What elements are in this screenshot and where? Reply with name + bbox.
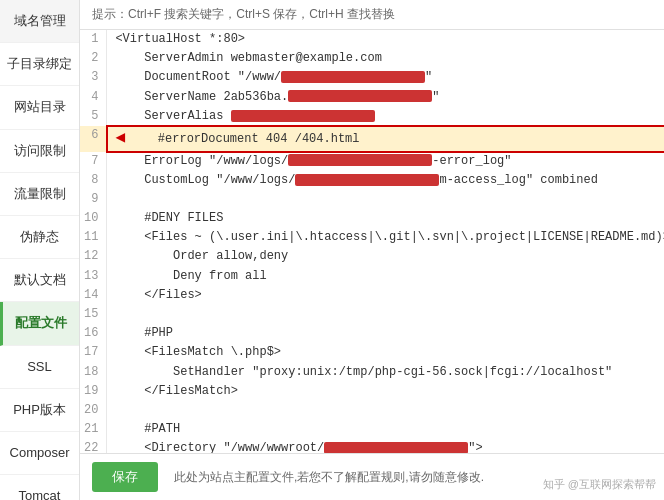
table-row: 22 <Directory "/www/wwwroot/ "> <box>80 439 664 453</box>
line-content: ServerName 2ab536ba. " <box>107 88 664 107</box>
line-number: 5 <box>80 107 107 126</box>
line-content: ErrorLog "/www/logs/ -error_log" <box>107 152 664 171</box>
line-number: 12 <box>80 247 107 266</box>
main-panel: 提示：Ctrl+F 搜索关键字，Ctrl+S 保存，Ctrl+H 查找替换 1<… <box>80 0 664 500</box>
line-content: ServerAlias <box>107 107 664 126</box>
table-row: 18 SetHandler "proxy:unix:/tmp/php-cgi-5… <box>80 363 664 382</box>
line-number: 4 <box>80 88 107 107</box>
sidebar-item-ssl[interactable]: SSL <box>0 346 79 389</box>
line-number: 2 <box>80 49 107 68</box>
table-row: 16 #PHP <box>80 324 664 343</box>
line-number: 19 <box>80 382 107 401</box>
table-row: 17 <FilesMatch \.php$> <box>80 343 664 362</box>
redacted-text <box>288 90 432 102</box>
table-row: 3 DocumentRoot "/www/ " <box>80 68 664 87</box>
table-row: 12 Order allow,deny <box>80 247 664 266</box>
table-row: 6◀ #errorDocument 404 /404.html <box>80 126 664 152</box>
sidebar-item-webdir[interactable]: 网站目录 <box>0 86 79 129</box>
redacted-text <box>281 71 425 83</box>
line-content: ◀ #errorDocument 404 /404.html <box>107 126 664 152</box>
bottom-note: 此处为站点主配置文件,若您不了解配置规则,请勿随意修改. <box>174 469 484 486</box>
redacted-text <box>288 154 432 166</box>
line-number: 15 <box>80 305 107 324</box>
line-content: </Files> <box>107 286 664 305</box>
sidebar-item-traffic[interactable]: 流量限制 <box>0 173 79 216</box>
line-content: <VirtualHost *:80> <box>107 30 664 49</box>
table-row: 5 ServerAlias <box>80 107 664 126</box>
table-row: 15 <box>80 305 664 324</box>
table-row: 21 #PATH <box>80 420 664 439</box>
line-content: ServerAdmin webmaster@example.com <box>107 49 664 68</box>
line-content <box>107 305 664 324</box>
sidebar-item-subdir[interactable]: 子目录绑定 <box>0 43 79 86</box>
line-number: 13 <box>80 267 107 286</box>
line-number: 22 <box>80 439 107 453</box>
line-content: Deny from all <box>107 267 664 286</box>
table-row: 10 #DENY FILES <box>80 209 664 228</box>
line-content: #DENY FILES <box>107 209 664 228</box>
line-content: #PHP <box>107 324 664 343</box>
table-row: 1<VirtualHost *:80> <box>80 30 664 49</box>
line-content <box>107 401 664 420</box>
line-content: CustomLog "/www/logs/ m-access_log" comb… <box>107 171 664 190</box>
line-number: 11 <box>80 228 107 247</box>
sidebar-item-php[interactable]: PHP版本 <box>0 389 79 432</box>
hint-text: 提示：Ctrl+F 搜索关键字，Ctrl+S 保存，Ctrl+H 查找替换 <box>92 7 395 21</box>
sidebar-item-config[interactable]: 配置文件 <box>0 302 79 345</box>
line-number: 20 <box>80 401 107 420</box>
line-content: #PATH <box>107 420 664 439</box>
line-content: </FilesMatch> <box>107 382 664 401</box>
line-number: 16 <box>80 324 107 343</box>
table-row: 19 </FilesMatch> <box>80 382 664 401</box>
line-content: <Files ~ (\.user.ini|\.htaccess|\.git|\.… <box>107 228 664 247</box>
table-row: 9 <box>80 190 664 209</box>
table-row: 11 <Files ~ (\.user.ini|\.htaccess|\.git… <box>80 228 664 247</box>
sidebar-item-composer[interactable]: Composer <box>0 432 79 475</box>
line-number: 18 <box>80 363 107 382</box>
save-button[interactable]: 保存 <box>92 462 158 492</box>
table-row: 20 <box>80 401 664 420</box>
line-content: DocumentRoot "/www/ " <box>107 68 664 87</box>
line-content: Order allow,deny <box>107 247 664 266</box>
line-number: 8 <box>80 171 107 190</box>
sidebar-item-domain[interactable]: 域名管理 <box>0 0 79 43</box>
line-number: 1 <box>80 30 107 49</box>
table-row: 7 ErrorLog "/www/logs/ -error_log" <box>80 152 664 171</box>
code-editor[interactable]: 1<VirtualHost *:80>2 ServerAdmin webmast… <box>80 30 664 453</box>
line-number: 17 <box>80 343 107 362</box>
sidebar-item-default-doc[interactable]: 默认文档 <box>0 259 79 302</box>
line-number: 9 <box>80 190 107 209</box>
line-number: 7 <box>80 152 107 171</box>
redacted-text <box>231 110 375 122</box>
table-row: 13 Deny from all <box>80 267 664 286</box>
line-content <box>107 190 664 209</box>
table-row: 14 </Files> <box>80 286 664 305</box>
line-number: 3 <box>80 68 107 87</box>
line-number: 21 <box>80 420 107 439</box>
sidebar-item-tomcat[interactable]: Tomcat <box>0 475 79 500</box>
sidebar-item-access[interactable]: 访问限制 <box>0 130 79 173</box>
sidebar: 域名管理 子目录绑定 网站目录 访问限制 流量限制 伪静态 默认文档 配置文件 … <box>0 0 80 500</box>
line-number: 10 <box>80 209 107 228</box>
line-content: <FilesMatch \.php$> <box>107 343 664 362</box>
line-content: SetHandler "proxy:unix:/tmp/php-cgi-56.s… <box>107 363 664 382</box>
table-row: 2 ServerAdmin webmaster@example.com <box>80 49 664 68</box>
redacted-text <box>324 442 468 453</box>
line-number: 6 <box>80 126 107 152</box>
redacted-text <box>295 174 439 186</box>
hint-bar: 提示：Ctrl+F 搜索关键字，Ctrl+S 保存，Ctrl+H 查找替换 <box>80 0 664 30</box>
table-row: 4 ServerName 2ab536ba. " <box>80 88 664 107</box>
table-row: 8 CustomLog "/www/logs/ m-access_log" co… <box>80 171 664 190</box>
code-table: 1<VirtualHost *:80>2 ServerAdmin webmast… <box>80 30 664 453</box>
line-number: 14 <box>80 286 107 305</box>
sidebar-item-rewrite[interactable]: 伪静态 <box>0 216 79 259</box>
line-content: <Directory "/www/wwwroot/ "> <box>107 439 664 453</box>
watermark: 知乎 @互联网探索帮帮 <box>543 477 656 492</box>
